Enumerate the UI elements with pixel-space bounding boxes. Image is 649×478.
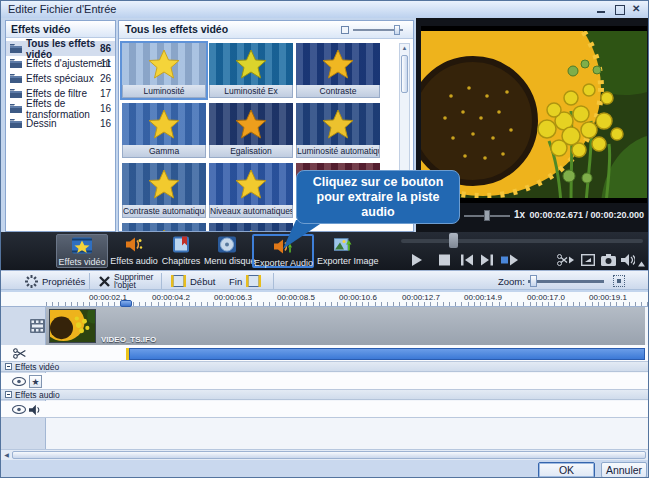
scroll-left-icon[interactable]: ◀ (2, 451, 11, 460)
speed-slider-thumb[interactable] (484, 210, 490, 221)
timeline-tracks: VIDEO_TS.IFO Effets vidéo ★ Effets audio (1, 307, 648, 449)
sidebar-item-ajustement[interactable]: Effets d'ajustement 11 (6, 56, 115, 71)
cancel-button[interactable]: Annuler (601, 462, 647, 478)
effect-tile-contraste[interactable]: Contraste (296, 43, 380, 98)
effects-category-panel: Effets vidéo Tous les effets vidéo 86 Ef… (5, 20, 116, 232)
chapter-icon (173, 236, 189, 253)
scissors-icon (13, 347, 27, 360)
ruler-tick: 00:00:14.9 (454, 293, 512, 302)
scroll-up-icon[interactable]: ▲ (400, 44, 409, 54)
effect-tile-egalisation[interactable]: Egalisation (209, 103, 293, 158)
properties-button[interactable]: Propriétés (25, 271, 85, 291)
close-icon[interactable]: ✕ (632, 4, 643, 14)
edit-input-file-window: Editer Fichier d'Entrée ✕ Effets vidéo T… (0, 0, 649, 478)
zoom-fit-icon[interactable] (613, 275, 625, 287)
zoom-slider[interactable] (528, 280, 604, 283)
ruler-tick: 00:00:19.1 (579, 293, 637, 302)
zoom-label: Zoom: (498, 276, 525, 287)
effect-tile-partial[interactable] (209, 223, 293, 232)
zoom-slider-thumb[interactable] (530, 275, 537, 287)
sidebar-item-tous-les-effets[interactable]: Tous les effets vidéo 86 (6, 41, 115, 56)
eye-icon (12, 405, 26, 414)
stop-icon[interactable] (439, 252, 450, 268)
trim-icon[interactable] (557, 252, 574, 268)
thumbnail-size-icon (341, 26, 349, 34)
mode-toolbar: Effets vidéo Effets audio Chapitres Menu… (1, 232, 648, 270)
time-display: 00:00:02.671 / 00:00:20.000 (529, 210, 644, 220)
previous-frame-icon[interactable] (461, 252, 473, 268)
ok-button[interactable]: OK (538, 462, 595, 478)
effect-tile-contraste-automatique[interactable]: Contraste automatique (122, 163, 206, 218)
timeline-hscrollbar[interactable]: ◀ (1, 449, 648, 460)
effect-tile-niveaux-automatiques[interactable]: Niveaux automatiques (209, 163, 293, 218)
folder-icon (10, 89, 22, 98)
play-icon[interactable] (411, 252, 423, 268)
seek-bar-thumb[interactable] (449, 233, 458, 248)
video-effect-star-button[interactable]: ★ (29, 375, 42, 388)
grid-header: Tous les effets vidéo (119, 21, 413, 39)
sidebar-item-speciaux[interactable]: Effets spéciaux 26 (6, 71, 115, 86)
ruler-tick: 00:00:06.3 (204, 293, 262, 302)
transport-controls (1, 252, 648, 270)
delete-object-button[interactable]: Supprimer l'objet (99, 271, 162, 291)
seek-bar[interactable] (401, 239, 643, 243)
effect-thumbnail (209, 223, 293, 232)
clip-label: VIDEO_TS.IFO (101, 335, 156, 344)
effect-tile-gamma[interactable]: Gamma (122, 103, 206, 158)
folder-icon (10, 44, 22, 53)
sidebar-item-transformation[interactable]: Effets de transformation 16 (6, 101, 115, 116)
timeline-ruler[interactable]: 00:00:02.1 00:00:04.2 00:00:06.3 00:00:0… (1, 292, 648, 307)
ruler-tick: 00:00:04.2 (142, 293, 200, 302)
effect-thumbnail (122, 43, 206, 85)
effect-thumbnail (209, 43, 293, 85)
collapse-icon[interactable] (5, 363, 12, 370)
play-segment-icon[interactable] (501, 252, 519, 268)
video-clip-bar[interactable]: VIDEO_TS.IFO (46, 307, 645, 345)
maximize-icon[interactable] (614, 4, 625, 14)
ruler-tick: 00:00:17.0 (517, 293, 575, 302)
thumbnail-size-slider-thumb[interactable] (394, 25, 400, 35)
disc-icon (218, 236, 236, 253)
video-effects-track[interactable]: ★ (1, 373, 648, 390)
minimize-icon[interactable] (596, 4, 607, 14)
clip-thumbnail (49, 309, 96, 343)
fullscreen-icon[interactable] (581, 252, 595, 268)
scrollbar-thumb[interactable] (401, 55, 408, 93)
hscrollbar-thumb[interactable] (12, 451, 646, 459)
video-track[interactable]: VIDEO_TS.IFO (1, 307, 648, 345)
callout-tooltip: Cliquez sur ce bouton pour extraire la p… (296, 170, 460, 224)
effect-tile-partial[interactable] (122, 223, 206, 232)
audio-effects-section-header[interactable]: Effets audio (1, 390, 648, 400)
snapshot-icon[interactable] (601, 252, 616, 268)
title-bar[interactable]: Editer Fichier d'Entrée ✕ (1, 1, 648, 18)
selection-region[interactable] (129, 348, 645, 360)
star-icon (148, 49, 180, 79)
ruler-tick: 00:00:12.7 (392, 293, 450, 302)
folder-icon (10, 59, 22, 68)
ruler-tick: 00:00:08.5 (267, 293, 325, 302)
volume-icon[interactable] (621, 252, 635, 268)
eye-icon (12, 377, 26, 386)
folder-icon (10, 119, 22, 128)
export-image-icon (334, 236, 352, 253)
trim-track[interactable] (1, 345, 648, 362)
playhead-line[interactable] (126, 292, 127, 448)
ruler-tick: 00:00:10.6 (329, 293, 387, 302)
audio-effects-track[interactable] (1, 401, 648, 418)
audio-speaker-icon[interactable] (29, 404, 41, 416)
speaker-star-icon (125, 236, 143, 253)
sidebar-item-dessin[interactable]: Dessin 16 (6, 116, 115, 131)
collapse-icon[interactable] (5, 391, 12, 398)
effect-thumbnail (209, 163, 293, 205)
end-marker-button[interactable]: Fin (229, 271, 261, 291)
effect-tile-luminosite-ex[interactable]: Luminosité Ex (209, 43, 293, 98)
star-icon (235, 49, 267, 79)
effect-tile-luminosite[interactable]: Luminosité (122, 43, 206, 98)
next-frame-icon[interactable] (481, 252, 493, 268)
start-marker-button[interactable]: Début (171, 271, 215, 291)
video-effects-section-header[interactable]: Effets vidéo (1, 362, 648, 372)
effect-thumbnail (122, 163, 206, 205)
effect-thumbnail (296, 43, 380, 85)
effect-tile-luminosite-automatique[interactable]: Luminosité automatique (296, 103, 380, 158)
star-icon (148, 169, 180, 199)
